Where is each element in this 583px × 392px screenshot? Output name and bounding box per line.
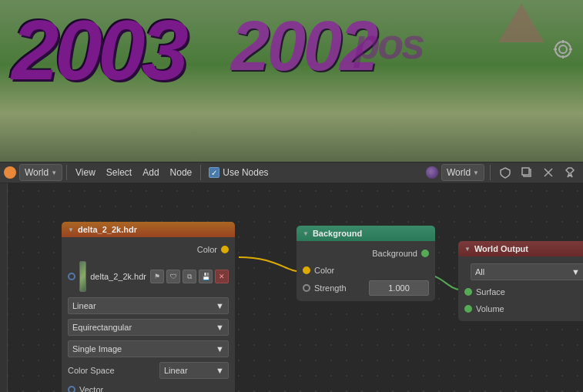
color-space-value: Linear <box>164 366 188 375</box>
linear-select-arrow: ▼ <box>216 301 224 310</box>
vector-label: Vector <box>79 385 229 392</box>
svg-point-0 <box>555 42 571 57</box>
select-menu[interactable]: Select <box>102 164 136 181</box>
linear-select[interactable]: Linear ▼ <box>68 297 229 314</box>
world-output-body: All ▼ Surface Volume <box>458 256 583 321</box>
wo-surface-socket <box>464 288 472 296</box>
separator-3 <box>490 165 491 180</box>
color-output-row: Color <box>62 241 235 258</box>
use-nodes-area: ✓ Use Nodes <box>209 167 268 178</box>
close-icon[interactable] <box>539 164 558 181</box>
linear-select-label: Linear <box>72 301 96 310</box>
view-menu[interactable]: View <box>71 164 100 181</box>
single-image-arrow: ▼ <box>216 344 224 353</box>
vector-socket <box>68 386 75 392</box>
bg-color-label: Color <box>314 266 429 275</box>
bg-color-row: Color <box>297 262 435 279</box>
wo-surface-row: Surface <box>458 283 583 300</box>
year-text-left: 2003 <box>12 8 185 92</box>
single-image-select[interactable]: Single Image ▼ <box>68 340 229 357</box>
single-image-label: Single Image <box>72 344 122 353</box>
gear-icon[interactable] <box>552 39 575 62</box>
texture-node: ▼ delta_2_2k.hdr Color delta_2_2k.hdr ⚑ … <box>62 222 235 392</box>
color-space-select[interactable]: Linear ▼ <box>159 362 229 379</box>
all-select[interactable]: All ▼ <box>471 263 583 280</box>
separator-1 <box>66 165 67 180</box>
use-nodes-label: Use Nodes <box>223 167 268 178</box>
world-type-icon <box>4 166 16 179</box>
node-editor: ▼ delta_2_2k.hdr Color delta_2_2k.hdr ⚑ … <box>0 183 583 392</box>
vector-input-row: Vector <box>62 381 235 392</box>
texture-copy-icon[interactable]: ⧉ <box>183 270 196 283</box>
linear-select-row: Linear ▼ <box>62 295 235 317</box>
node-menu[interactable]: Node <box>166 164 197 181</box>
wo-volume-label: Volume <box>476 304 583 313</box>
texture-browse-icon[interactable]: ⚑ <box>150 270 164 283</box>
world-dropdown[interactable]: World ▼ <box>19 164 62 181</box>
world-output-header: ▼ World Output <box>458 241 583 256</box>
color-space-arrow: ▼ <box>216 366 224 375</box>
color-output-socket <box>221 246 229 253</box>
world-right-arrow: ▼ <box>473 169 479 176</box>
bg-background-label: Background <box>303 249 417 258</box>
all-select-label: All <box>475 267 484 276</box>
svg-rect-7 <box>522 168 529 175</box>
wo-surface-label: Surface <box>476 287 583 297</box>
texture-shield-icon[interactable]: 🛡 <box>166 270 180 283</box>
bg-strength-row: Strength 1.000 <box>297 279 435 297</box>
world-right-dropdown[interactable]: World ▼ <box>441 164 484 181</box>
svg-point-1 <box>559 45 567 53</box>
color-space-label: Color Space <box>68 366 156 375</box>
bg-strength-label: Strength <box>314 283 365 293</box>
all-select-arrow: ▼ <box>571 267 580 276</box>
wo-volume-socket <box>464 305 472 313</box>
background-node-header: ▼ Background <box>297 226 435 241</box>
texture-action-icons: ⚑ 🛡 ⧉ 💾 ✕ <box>150 270 229 283</box>
equirectangular-select[interactable]: Equirectangular ▼ <box>68 319 229 336</box>
texture-filename: delta_2_2k.hdr <box>90 272 146 281</box>
background-node-title: Background <box>313 229 362 238</box>
bg-output-socket <box>421 250 429 257</box>
single-image-select-row: Single Image ▼ <box>62 338 235 360</box>
separator-2 <box>200 165 201 180</box>
texture-thumbnail <box>79 261 86 292</box>
background-node-body: Background Color Strength 1.000 <box>297 241 435 301</box>
color-space-row: Color Space Linear ▼ <box>62 360 235 381</box>
equirectangular-label: Equirectangular <box>72 323 132 332</box>
texture-node-body: Color delta_2_2k.hdr ⚑ 🛡 ⧉ 💾 ✕ Lin <box>62 237 235 392</box>
texture-node-header: ▼ delta_2_2k.hdr <box>62 222 235 237</box>
bg-collapse-icon[interactable]: ▼ <box>303 230 309 237</box>
all-select-row: All ▼ <box>458 260 583 283</box>
shield-icon <box>496 164 514 181</box>
texture-remove-icon[interactable]: ✕ <box>215 270 229 283</box>
bg-background-row: Background <box>297 245 435 262</box>
bg-strength-socket <box>303 284 310 292</box>
background-node: ▼ Background Background Color Strength 1… <box>297 226 435 301</box>
pin-icon[interactable] <box>561 164 579 181</box>
use-nodes-checkbox[interactable]: ✓ <box>209 167 219 178</box>
toolbar-right: World ▼ <box>426 164 579 181</box>
equirectangular-arrow: ▼ <box>216 323 224 332</box>
left-sidebar <box>0 183 8 392</box>
texture-input-socket <box>68 273 75 280</box>
texture-save-icon[interactable]: 💾 <box>199 270 213 283</box>
color-output-label: Color <box>68 245 217 254</box>
world-output-title: World Output <box>474 244 528 253</box>
viewport: 2003 2002 pos <box>0 0 583 162</box>
equirectangular-select-row: Equirectangular ▼ <box>62 317 235 338</box>
node-editor-toolbar: World ▼ View Select Add Node ✓ Use Nodes… <box>0 162 583 183</box>
world-output-node: ▼ World Output All ▼ Surface Volume <box>458 241 583 321</box>
wo-volume-row: Volume <box>458 300 583 317</box>
collapse-icon[interactable]: ▼ <box>68 226 74 233</box>
world-dropdown-arrow: ▼ <box>51 169 57 176</box>
triangle-decoration <box>498 4 544 42</box>
bg-color-socket <box>303 266 310 274</box>
bg-strength-input[interactable]: 1.000 <box>369 280 429 296</box>
wo-collapse-icon[interactable]: ▼ <box>464 246 471 253</box>
copy-icon[interactable] <box>518 164 536 181</box>
sphere-icon <box>426 166 438 179</box>
year-text-faded: pos <box>354 19 423 69</box>
world-dropdown-label: World <box>25 167 49 178</box>
add-menu[interactable]: Add <box>138 164 163 181</box>
texture-preview-row: delta_2_2k.hdr ⚑ 🛡 ⧉ 💾 ✕ <box>62 258 235 295</box>
